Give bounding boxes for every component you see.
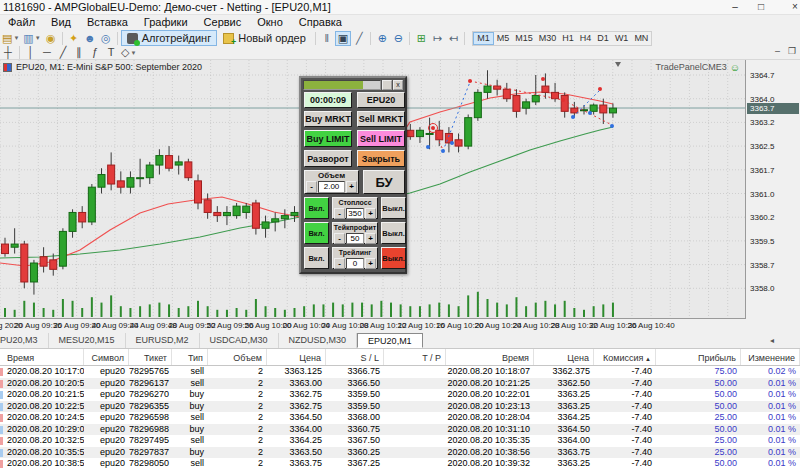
volume-plus-button[interactable]: +	[346, 181, 357, 193]
trade-row[interactable]: 2020.08.20 10:22:59epu2078296355buy23362…	[0, 401, 800, 413]
column-header[interactable]: T / P	[384, 349, 446, 365]
close-button[interactable]: ×	[782, 0, 800, 14]
column-header[interactable]: Тип	[172, 349, 208, 365]
timeframe-button-mn[interactable]: MN	[631, 32, 651, 45]
shapes-icon[interactable]: ◇▼	[119, 45, 138, 60]
stoploss-minus-button[interactable]: -	[334, 208, 345, 219]
menu-item[interactable]: Окно	[249, 15, 291, 30]
chart-shift-icon[interactable]: ↤	[445, 31, 461, 46]
market-watch-icon[interactable]: ◉	[43, 31, 59, 46]
sell-limit-button[interactable]: Sell LIMIT	[357, 130, 405, 147]
column-header[interactable]: Комиссия ▲	[594, 349, 656, 365]
column-header[interactable]: Тикет	[129, 349, 172, 365]
buy-market-button[interactable]: Buy MRKT	[304, 111, 352, 127]
panel-close-button[interactable]: x	[393, 80, 403, 90]
timeframe-button-m5[interactable]: M5	[494, 32, 513, 45]
chart-restore-button[interactable]: ❐	[788, 46, 796, 56]
column-header[interactable]: Символ	[84, 349, 129, 365]
timeframe-button-m30[interactable]: M30	[536, 32, 560, 45]
menu-item[interactable]: Справка	[291, 15, 350, 30]
volume-input[interactable]: 2.00	[318, 181, 345, 193]
time-axis[interactable]: 20 Aug 202020 Aug 09:3620 Aug 09:4020 Au…	[0, 320, 745, 333]
menu-item[interactable]: Сервис	[196, 15, 250, 30]
stoploss-input[interactable]: 350	[346, 208, 364, 219]
chart-tab-epu20-m3[interactable]: EPU20,M3	[0, 333, 49, 348]
vertical-line-icon[interactable]: │	[23, 45, 39, 60]
chart-tab-epu20-m1[interactable]: EPU20,M1	[357, 333, 423, 348]
trade-row[interactable]: 2020.08.20 10:38:59epu2078298050sell2336…	[0, 458, 800, 470]
column-header[interactable]: Время	[0, 349, 84, 365]
trailing-off-button[interactable]: Выкл.	[381, 247, 406, 269]
column-header[interactable]: S / L	[326, 349, 384, 365]
takeprofit-minus-button[interactable]: -	[334, 233, 345, 244]
deposit-icon[interactable]: ✦	[66, 31, 82, 46]
trade-row[interactable]: 2020.08.20 10:29:00epu2078296988buy23364…	[0, 424, 800, 436]
column-header[interactable]: Объем	[208, 349, 267, 365]
stoploss-on-button[interactable]: Вкл.	[304, 197, 329, 219]
chart-area[interactable]: EPU20, M1: E-Mini S&P 500: September 202…	[0, 60, 745, 319]
trailing-minus-button[interactable]: -	[334, 258, 345, 269]
timeframe-button-m1[interactable]: M1	[473, 32, 494, 45]
stoploss-plus-button[interactable]: +	[365, 208, 376, 219]
column-header[interactable]: Изменение	[741, 349, 800, 365]
trade-row[interactable]: 2020.08.20 10:24:59epu2078296598sell2336…	[0, 412, 800, 424]
trade-row[interactable]: 2020.08.20 10:17:01epu2078295765sell2336…	[0, 366, 800, 378]
menu-item[interactable]: Файл	[0, 15, 43, 30]
profiles-icon[interactable]: ▥▼	[21, 31, 42, 46]
column-header[interactable]: Прибыль	[656, 349, 741, 365]
new-chart-icon[interactable]: ▤▼	[0, 31, 21, 46]
ea-smiley-icon[interactable]: ☺	[730, 63, 740, 72]
panel-collapse-button[interactable]	[382, 80, 392, 90]
chart-minimize-button[interactable]: –	[775, 46, 780, 56]
trade-row[interactable]: 2020.08.20 10:35:59epu2078297837buy23363…	[0, 447, 800, 459]
zoom-out-icon[interactable]: ⊖	[390, 31, 406, 46]
trendline-icon[interactable]: ╱	[55, 45, 71, 60]
fibonacci-icon[interactable]: ƒ	[87, 45, 103, 60]
chart-tab-eurusd-m2[interactable]: EURUSD,M2	[126, 333, 200, 348]
trade-row[interactable]: 2020.08.20 10:32:55epu2078297495sell2336…	[0, 435, 800, 447]
takeprofit-off-button[interactable]: Выкл.	[381, 222, 406, 244]
candle-chart-icon[interactable]: ▣	[335, 31, 351, 46]
close-position-button[interactable]: Закрыть	[357, 150, 405, 167]
zoom-in-icon[interactable]: ⊕	[374, 31, 390, 46]
volume-minus-button[interactable]: -	[306, 181, 317, 193]
column-header[interactable]: Цена	[534, 349, 594, 365]
maximize-button[interactable]: □	[748, 0, 774, 14]
minimize-button[interactable]: –	[722, 0, 748, 14]
timeframe-button-h4[interactable]: H4	[577, 32, 595, 45]
text-icon[interactable]: T	[103, 45, 119, 60]
symbol-button[interactable]: EPU20	[357, 92, 405, 108]
community-icon[interactable]: ☻	[82, 31, 98, 46]
auto-scroll-icon[interactable]: ↦	[429, 31, 445, 46]
trade-panel-titlebar[interactable]: x	[303, 80, 403, 90]
bar-chart-icon[interactable]: ‖	[319, 31, 335, 46]
reverse-button[interactable]: Разворот	[304, 150, 352, 167]
trade-panel[interactable]: x 00:00:09 EPU20 Buy MRKT Sell MRKT Buy …	[299, 76, 407, 274]
column-header[interactable]: Время	[446, 349, 534, 365]
breakeven-button[interactable]: БУ	[363, 170, 405, 194]
trailing-input[interactable]: 0	[346, 258, 364, 269]
menu-item[interactable]: Вид	[43, 15, 79, 30]
new-order-button[interactable]: Новый ордер	[217, 30, 312, 46]
trade-row[interactable]: 2020.08.20 10:20:59epu2078296137sell2336…	[0, 378, 800, 390]
cursor-crosshair-icon[interactable]: ┼	[0, 45, 16, 60]
price-axis[interactable]: 3364.73364.03363.23362.53361.73361.03360…	[745, 60, 800, 319]
chart-tab-usdcad-m30[interactable]: USDCAD,M30	[200, 333, 279, 348]
algo-trading-button[interactable]: Алготрейдинг	[121, 30, 217, 46]
stoploss-off-button[interactable]: Выкл.	[381, 197, 406, 219]
timeframe-button-w1[interactable]: W1	[612, 32, 632, 45]
takeprofit-on-button[interactable]: Вкл.	[304, 222, 329, 244]
menu-item[interactable]: Вставка	[79, 15, 136, 30]
column-header[interactable]: Цена	[267, 349, 326, 365]
equidistant-channel-icon[interactable]: ∥	[71, 45, 87, 60]
trailing-plus-button[interactable]: +	[365, 258, 376, 269]
horizontal-line-icon[interactable]: ─	[39, 45, 55, 60]
timeframe-button-d1[interactable]: D1	[594, 32, 612, 45]
signals-icon[interactable]: ◎	[98, 31, 114, 46]
sell-market-button[interactable]: Sell MRKT	[357, 111, 405, 127]
trailing-on-button[interactable]: Вкл.	[304, 247, 329, 269]
menu-item[interactable]: Графики	[136, 15, 196, 30]
trade-row[interactable]: 2020.08.20 10:21:59epu2078296270buy23362…	[0, 389, 800, 401]
takeprofit-plus-button[interactable]: +	[365, 233, 376, 244]
buy-limit-button[interactable]: Buy LIMIT	[304, 130, 352, 147]
